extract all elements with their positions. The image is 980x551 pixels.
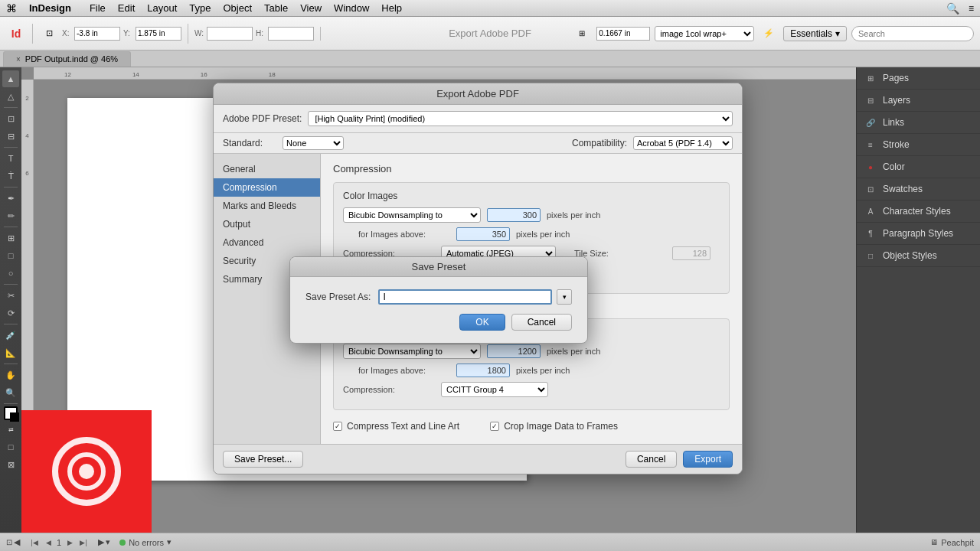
modal-body: Save Preset As: ▾ OK Cancel xyxy=(290,277,587,343)
fill-color-box[interactable] xyxy=(4,406,18,420)
modal-input-wrapper: ▾ xyxy=(378,289,572,305)
search-icon[interactable]: 🔍 xyxy=(946,2,959,15)
y-input[interactable] xyxy=(136,27,181,41)
menu-layout[interactable]: Layout xyxy=(141,0,183,17)
view-mode-icon[interactable]: ▶ xyxy=(98,537,104,547)
mono-downsample-select[interactable]: Bicubic Downsampling to xyxy=(343,344,481,359)
last-page-btn[interactable]: ▶| xyxy=(78,537,89,548)
preset-dropdown-btn[interactable]: ▾ xyxy=(557,289,572,305)
preview-mode-icon[interactable]: ⊠ xyxy=(2,456,19,473)
menu-table[interactable]: Table xyxy=(258,0,294,17)
preset-name-input[interactable] xyxy=(378,289,552,305)
panel-layers[interactable]: ⊟ Layers xyxy=(857,90,980,112)
preset-select[interactable]: [High Quality Print] (modified) xyxy=(308,111,733,126)
next-page-btn[interactable]: ▶ xyxy=(64,537,75,548)
panel-stroke-label: Stroke xyxy=(883,139,910,150)
wrap-select[interactable]: image 1col wrap+ xyxy=(655,26,754,41)
mono-above-input[interactable] xyxy=(456,364,510,377)
export-button[interactable]: Export xyxy=(683,451,733,468)
prev-page-btn[interactable]: ◀ xyxy=(43,537,54,548)
modal-titlebar: Save Preset xyxy=(290,257,587,277)
panel-pages[interactable]: ⊞ Pages xyxy=(857,67,980,90)
cancel-button[interactable]: Cancel xyxy=(626,451,677,468)
document-tab[interactable]: × PDF Output.indd @ 46% xyxy=(3,51,131,67)
measure-tool[interactable]: 📐 xyxy=(2,344,19,361)
tab-close-icon[interactable]: × xyxy=(16,55,21,64)
menu-help[interactable]: Help xyxy=(375,0,408,17)
free-transform-tool[interactable]: ⟳ xyxy=(2,305,19,321)
mono-compression-select[interactable]: CCITT Group 4 xyxy=(441,382,548,397)
panel-para-styles[interactable]: ¶ Paragraph Styles xyxy=(857,223,980,245)
panel-char-styles-label: Character Styles xyxy=(883,206,951,217)
eyedropper-tool[interactable]: 💉 xyxy=(2,327,19,344)
value-input[interactable] xyxy=(596,27,650,41)
swatches-icon: ⊡ xyxy=(864,183,877,195)
scroll-left-icon[interactable]: ◀ xyxy=(14,537,20,547)
color-above-row: for Images above: pixels per inch xyxy=(343,227,720,241)
modal-ok-button[interactable]: OK xyxy=(459,314,505,331)
menu-view[interactable]: View xyxy=(294,0,328,17)
crop-image-checkbox[interactable] xyxy=(490,422,499,431)
nav-compression[interactable]: Compression xyxy=(214,178,320,197)
gap-tool[interactable]: ⊟ xyxy=(2,128,19,145)
page-tool[interactable]: ⊡ xyxy=(2,110,19,127)
type-on-path-tool[interactable]: T̀ xyxy=(2,168,19,184)
essentials-button[interactable]: Essentials ▾ xyxy=(783,26,847,41)
menu-edit[interactable]: Edit xyxy=(112,0,141,17)
normal-mode-icon[interactable]: □ xyxy=(2,439,19,455)
standard-select[interactable]: None xyxy=(283,136,344,150)
rect-tool[interactable]: □ xyxy=(2,247,19,264)
pencil-tool[interactable]: ✏ xyxy=(2,207,19,224)
menu-object[interactable]: Object xyxy=(217,0,259,17)
crop-image-row: Crop Image Data to Frames xyxy=(490,421,618,432)
first-page-btn[interactable]: |◀ xyxy=(29,537,40,548)
ellipse-tool[interactable]: ○ xyxy=(2,265,19,282)
error-dropdown[interactable]: ▾ xyxy=(167,537,172,547)
panel-layers-label: Layers xyxy=(883,95,910,106)
menu-file[interactable]: File xyxy=(83,0,112,17)
panel-swatches[interactable]: ⊡ Swatches xyxy=(857,178,980,201)
rect-frame-tool[interactable]: ⊞ xyxy=(2,230,19,246)
save-preset-button[interactable]: Save Preset... xyxy=(223,451,303,468)
compress-text-checkbox[interactable] xyxy=(333,422,342,431)
swap-icon[interactable]: ⇄ xyxy=(2,421,19,438)
transform-icon[interactable]: ⊞ xyxy=(572,24,592,44)
x-input[interactable] xyxy=(74,27,120,41)
type-tool[interactable]: T xyxy=(2,150,19,167)
panel-obj-styles[interactable]: □ Object Styles xyxy=(857,245,980,267)
hand-tool[interactable]: ✋ xyxy=(2,367,19,383)
compat-select[interactable]: Acrobat 5 (PDF 1.4) xyxy=(633,136,733,150)
pen-tool[interactable]: ✒ xyxy=(2,190,19,207)
nav-advanced[interactable]: Advanced xyxy=(214,233,320,252)
modal-cancel-button[interactable]: Cancel xyxy=(511,314,572,331)
status-dot xyxy=(119,540,126,546)
apple-menu[interactable]: ⌘ xyxy=(6,2,17,15)
color-dpi-input[interactable] xyxy=(487,208,541,222)
toolbar-icon-1[interactable]: ⊡ xyxy=(39,24,59,44)
view-options-icon[interactable]: ▾ xyxy=(106,537,110,547)
panel-stroke[interactable]: ≡ Stroke xyxy=(857,134,980,156)
h-input[interactable] xyxy=(268,27,314,41)
panel-color[interactable]: ● Color xyxy=(857,156,980,178)
nav-output[interactable]: Output xyxy=(214,215,320,233)
color-above-input[interactable] xyxy=(456,227,510,241)
modal-title: Save Preset xyxy=(412,261,466,272)
lightning-icon[interactable]: ⚡ xyxy=(759,24,779,44)
nav-marks-bleeds[interactable]: Marks and Bleeds xyxy=(214,197,320,215)
select-tool[interactable]: ▲ xyxy=(2,70,19,87)
tool-divider-5 xyxy=(4,284,18,285)
mono-dpi-input[interactable] xyxy=(487,344,541,358)
nav-general[interactable]: General xyxy=(214,160,320,178)
presets-row: Adobe PDF Preset: [High Quality Print] (… xyxy=(214,105,742,133)
zoom-tool[interactable]: 🔍 xyxy=(2,384,19,401)
panel-links[interactable]: 🔗 Links xyxy=(857,112,980,134)
menu-window[interactable]: Window xyxy=(328,0,375,17)
direct-select-tool[interactable]: △ xyxy=(2,88,19,105)
mono-dpi-unit: pixels per inch xyxy=(547,347,600,356)
panel-char-styles[interactable]: A Character Styles xyxy=(857,201,980,223)
color-downsample-select[interactable]: Bicubic Downsampling to xyxy=(343,207,481,223)
w-input[interactable] xyxy=(207,27,253,41)
menu-type[interactable]: Type xyxy=(183,0,217,17)
toolbar-search-input[interactable] xyxy=(851,26,974,41)
scissors-tool[interactable]: ✂ xyxy=(2,287,19,304)
